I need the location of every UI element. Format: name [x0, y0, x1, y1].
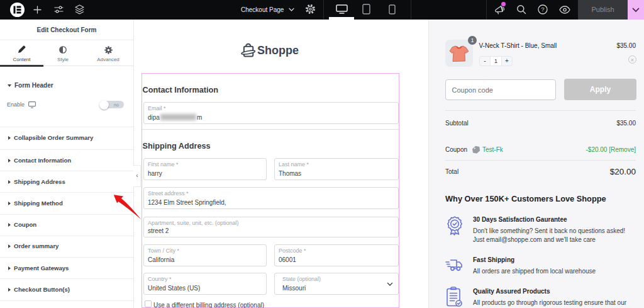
- svg-text:?: ?: [541, 6, 544, 13]
